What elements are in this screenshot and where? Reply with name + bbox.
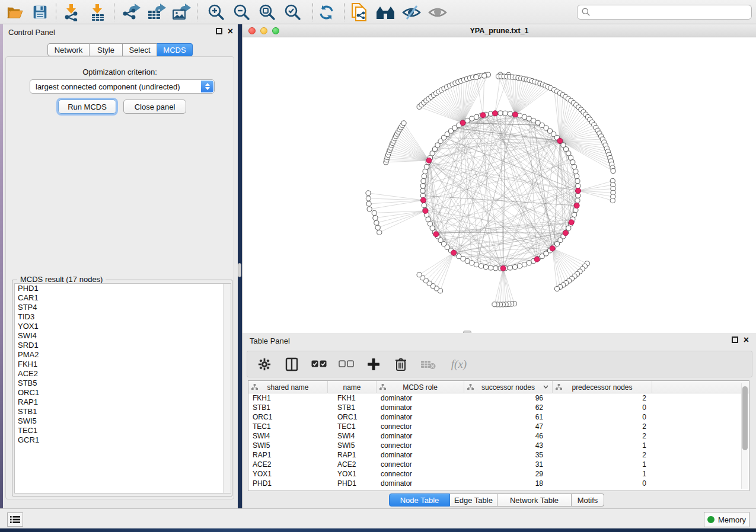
save-session-button[interactable]	[28, 2, 51, 22]
mcds-list-scrollbar[interactable]	[223, 284, 231, 493]
tab-motifs[interactable]: Motifs	[572, 493, 604, 507]
optimization-criterion-select[interactable]: largest connected component (undirected)	[30, 79, 215, 94]
new-network-from-selection-button[interactable]	[348, 2, 371, 22]
export-network-button[interactable]	[120, 2, 142, 22]
table-cell: dominator	[377, 403, 464, 412]
zoom-out-button[interactable]	[231, 2, 253, 22]
network-canvas[interactable]	[243, 37, 756, 332]
add-column-button[interactable]	[365, 356, 382, 373]
deselect-all-button[interactable]	[338, 356, 355, 373]
table-scrollbar[interactable]	[741, 383, 748, 489]
mcds-result-item[interactable]: TID3	[15, 312, 231, 322]
table-row[interactable]: ACE2ACE2connector311	[248, 460, 749, 469]
table-row[interactable]: YOX1YOX1connector291	[248, 469, 749, 479]
tab-network-table[interactable]: Network Table	[497, 493, 572, 507]
search-input[interactable]	[594, 7, 751, 18]
table-scrollbar-thumb[interactable]	[742, 386, 748, 450]
refresh-view-button[interactable]	[315, 2, 338, 22]
table-row[interactable]: PHD1PHD1dominator180	[248, 479, 749, 488]
memory-button[interactable]: Memory	[704, 512, 749, 527]
mcds-result-list[interactable]: PHD1CAR1STP4TID3YOX1SWI4SRD1PMA2FKH1ACE2…	[14, 283, 231, 493]
zoom-fit-button[interactable]	[256, 2, 279, 22]
table-row[interactable]: STB1STB1dominator620	[248, 403, 749, 412]
run-mcds-button[interactable]: Run MCDS	[58, 100, 116, 114]
control-panel-tabs: Network Style Select MCDS	[47, 43, 193, 56]
hide-selected-button[interactable]	[400, 2, 423, 22]
float-table-panel-icon[interactable]	[732, 336, 738, 343]
first-neighbors-button[interactable]	[374, 2, 397, 22]
open-folder-icon	[6, 5, 24, 20]
network-window-titlebar[interactable]: YPA_prune.txt_1	[243, 24, 756, 37]
close-panel-icon[interactable]: ×	[228, 28, 233, 34]
tab-node-table[interactable]: Node Table	[389, 493, 450, 507]
mcds-result-item[interactable]: SRD1	[15, 341, 231, 350]
mcds-result-item[interactable]: SWI5	[15, 416, 231, 426]
table-row[interactable]: SWI4SWI4dominator462	[248, 431, 749, 441]
vertical-splitter-handle[interactable]	[238, 263, 241, 277]
delete-column-button[interactable]	[393, 356, 409, 373]
close-table-panel-icon[interactable]: ×	[744, 336, 749, 343]
zoom-selected-button[interactable]	[282, 2, 304, 22]
table-cell: 1	[553, 469, 652, 479]
mcds-result-item[interactable]: PMA2	[15, 350, 231, 360]
table-row[interactable]: FKH1FKH1dominator962	[248, 393, 749, 403]
mcds-result-item[interactable]: CAR1	[15, 293, 231, 303]
column-header-shared-name[interactable]: shared name	[248, 381, 328, 393]
close-panel-button[interactable]: Close panel	[123, 100, 186, 114]
function-builder-button[interactable]: f(x)	[447, 356, 471, 373]
mcds-result-item[interactable]: STP4	[15, 303, 231, 312]
mcds-result-item[interactable]: ORC1	[15, 388, 231, 398]
tab-network[interactable]: Network	[47, 43, 90, 56]
show-all-button[interactable]	[426, 2, 449, 22]
attribute-type-icon	[379, 384, 386, 390]
table-settings-button[interactable]	[256, 356, 273, 373]
table-row[interactable]: TEC1TEC1connector472	[248, 422, 749, 431]
import-table-button[interactable]	[87, 2, 109, 22]
mcds-result-item[interactable]: RAP1	[15, 398, 231, 407]
mcds-result-item[interactable]: GCR1	[15, 435, 231, 445]
zoom-in-button[interactable]	[205, 2, 228, 22]
network-window-title: YPA_prune.txt_1	[243, 27, 756, 35]
tab-style[interactable]: Style	[90, 43, 123, 56]
mcds-result-item[interactable]: STB1	[15, 407, 231, 416]
table-cell: 2	[553, 450, 652, 460]
tab-edge-table[interactable]: Edge Table	[450, 493, 497, 507]
memory-label: Memory	[718, 515, 746, 524]
tab-mcds[interactable]: MCDS	[157, 43, 193, 56]
network-graph[interactable]	[243, 37, 756, 332]
mcds-result-item[interactable]: PHD1	[15, 284, 231, 293]
import-network-button[interactable]	[60, 2, 83, 22]
search-box[interactable]	[577, 5, 752, 20]
export-table-icon	[146, 4, 166, 21]
mcds-result-item[interactable]: STB5	[15, 379, 231, 388]
table-row[interactable]: SWI5SWI5connector431	[248, 441, 749, 450]
export-table-button[interactable]	[145, 2, 167, 22]
tab-select[interactable]: Select	[123, 43, 157, 56]
column-header-successor-nodes[interactable]: successor nodes	[464, 381, 553, 393]
mcds-result-item[interactable]: FKH1	[15, 360, 231, 369]
criterion-selected-value: largest connected component (undirected)	[36, 82, 180, 91]
table-cell: ORC1	[248, 412, 328, 422]
delete-table-button[interactable]	[420, 356, 436, 373]
select-all-button[interactable]	[311, 356, 327, 373]
show-columns-button[interactable]	[283, 356, 300, 373]
table-row[interactable]: ORC1ORC1dominator610	[248, 412, 749, 422]
mcds-result-item[interactable]: ACE2	[15, 369, 231, 379]
column-header-predecessor-nodes[interactable]: predecessor nodes	[553, 381, 652, 393]
table-cell: dominator	[377, 431, 464, 441]
table-panel-titlebar: Table Panel ×	[243, 333, 756, 348]
column-header-name[interactable]: name	[328, 381, 377, 393]
search-icon	[582, 8, 591, 17]
column-header-mcds-role[interactable]: MCDS role	[377, 381, 464, 393]
table-row[interactable]: RAP1RAP1dominator352	[248, 450, 749, 460]
mcds-result-item[interactable]: TEC1	[15, 426, 231, 435]
mcds-result-item[interactable]: YOX1	[15, 322, 231, 331]
dropdown-stepper-icon	[201, 81, 213, 92]
float-panel-icon[interactable]	[216, 28, 222, 34]
table-cell: PHD1	[248, 479, 328, 488]
export-image-button[interactable]	[170, 2, 192, 22]
mcds-result-item[interactable]: SWI4	[15, 331, 231, 341]
select-all-icon	[311, 360, 327, 368]
task-history-button[interactable]	[7, 512, 23, 527]
open-file-button[interactable]	[4, 2, 26, 22]
